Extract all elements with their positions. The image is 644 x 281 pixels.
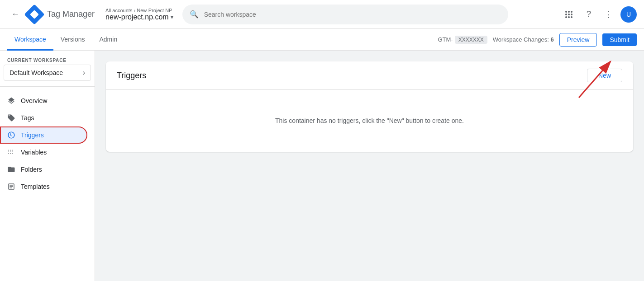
content-card: Triggers New This container has no trigg… bbox=[106, 61, 633, 152]
breadcrumb-accounts: All accounts bbox=[105, 8, 132, 13]
tab-workspace[interactable]: Workspace bbox=[7, 29, 53, 51]
help-icon-button[interactable]: ? bbox=[581, 6, 597, 23]
workspace-selector[interactable]: Default Workspace › bbox=[4, 65, 91, 81]
apps-icon-button[interactable] bbox=[561, 6, 577, 23]
app-title: Tag Manager bbox=[47, 9, 95, 19]
gtm-prefix: GTM- bbox=[438, 36, 453, 43]
empty-message: This container has no triggers, click th… bbox=[275, 117, 464, 124]
variables-icon bbox=[7, 148, 15, 156]
tag-icon bbox=[7, 114, 15, 122]
account-info: All accounts › New-Project NP new-projec… bbox=[105, 8, 173, 21]
layers-icon bbox=[7, 97, 15, 105]
sidebar-item-triggers[interactable]: Triggers bbox=[0, 126, 87, 144]
current-workspace-label: CURRENT WORKSPACE bbox=[0, 54, 95, 65]
tab-admin[interactable]: Admin bbox=[92, 29, 124, 51]
workspace-changes-label: Workspace Changes: bbox=[493, 36, 549, 43]
workspace-changes: Workspace Changes: 6 bbox=[493, 36, 554, 43]
triggers-icon bbox=[7, 131, 15, 139]
content-card-title: Triggers bbox=[117, 71, 146, 80]
sidebar-item-folders-label: Folders bbox=[21, 166, 42, 173]
top-bar-actions: ? ⋮ U bbox=[561, 6, 637, 23]
sidebar-divider bbox=[0, 86, 95, 87]
gtm-id: GTM- XXXXXXX bbox=[438, 36, 487, 44]
search-input[interactable] bbox=[204, 11, 501, 18]
workspace-changes-count: 6 bbox=[550, 36, 553, 43]
search-bar: 🔍 bbox=[182, 5, 508, 24]
preview-button[interactable]: Preview bbox=[559, 33, 597, 47]
sidebar-item-tags[interactable]: Tags bbox=[0, 109, 87, 126]
submit-button[interactable]: Submit bbox=[602, 33, 637, 46]
chevron-right-icon: › bbox=[83, 69, 85, 77]
nav-bar: Workspace Versions Admin GTM- XXXXXXX Wo… bbox=[0, 29, 644, 51]
sidebar-item-folders[interactable]: Folders bbox=[0, 161, 87, 178]
content-area: Triggers New This container has no trigg… bbox=[95, 51, 644, 281]
breadcrumb-project: New-Project NP bbox=[137, 8, 172, 13]
project-name-dropdown[interactable]: new-project.np.com ▾ bbox=[105, 13, 173, 21]
grid-dots-icon bbox=[565, 11, 572, 18]
sidebar-item-variables[interactable]: Variables bbox=[0, 144, 87, 161]
content-card-body: This container has no triggers, click th… bbox=[106, 90, 633, 151]
breadcrumb: All accounts › New-Project NP bbox=[105, 8, 173, 13]
sidebar-item-variables-label: Variables bbox=[21, 149, 47, 156]
content-card-header: Triggers New bbox=[106, 61, 633, 90]
sidebar-item-tags-label: Tags bbox=[21, 114, 34, 122]
breadcrumb-separator: › bbox=[134, 8, 135, 13]
project-dropdown-arrow: ▾ bbox=[171, 14, 173, 20]
folder-icon bbox=[7, 165, 15, 173]
workspace-name: Default Workspace bbox=[10, 69, 63, 76]
top-bar: ← Tag Manager All accounts › New-Project… bbox=[0, 0, 644, 29]
logo bbox=[25, 5, 43, 23]
avatar[interactable]: U bbox=[620, 6, 637, 23]
tab-versions[interactable]: Versions bbox=[53, 29, 92, 51]
sidebar-item-overview-label: Overview bbox=[21, 97, 47, 104]
search-icon: 🔍 bbox=[190, 10, 199, 19]
sidebar: CURRENT WORKSPACE Default Workspace › Ov… bbox=[0, 51, 95, 281]
logo-diamond bbox=[24, 4, 44, 24]
template-icon bbox=[7, 183, 15, 191]
gtm-id-value: XXXXXXX bbox=[455, 36, 487, 44]
sidebar-item-templates-label: Templates bbox=[21, 183, 50, 190]
new-button[interactable]: New bbox=[587, 69, 622, 82]
sidebar-item-triggers-label: Triggers bbox=[21, 131, 44, 139]
main-layout: CURRENT WORKSPACE Default Workspace › Ov… bbox=[0, 51, 644, 281]
sidebar-item-templates[interactable]: Templates bbox=[0, 178, 87, 195]
more-options-icon-button[interactable]: ⋮ bbox=[601, 6, 617, 23]
project-name-label: new-project.np.com bbox=[105, 13, 169, 21]
sidebar-item-overview[interactable]: Overview bbox=[0, 92, 87, 109]
nav-bar-right: GTM- XXXXXXX Workspace Changes: 6 Previe… bbox=[438, 33, 637, 47]
back-button[interactable]: ← bbox=[7, 6, 24, 23]
